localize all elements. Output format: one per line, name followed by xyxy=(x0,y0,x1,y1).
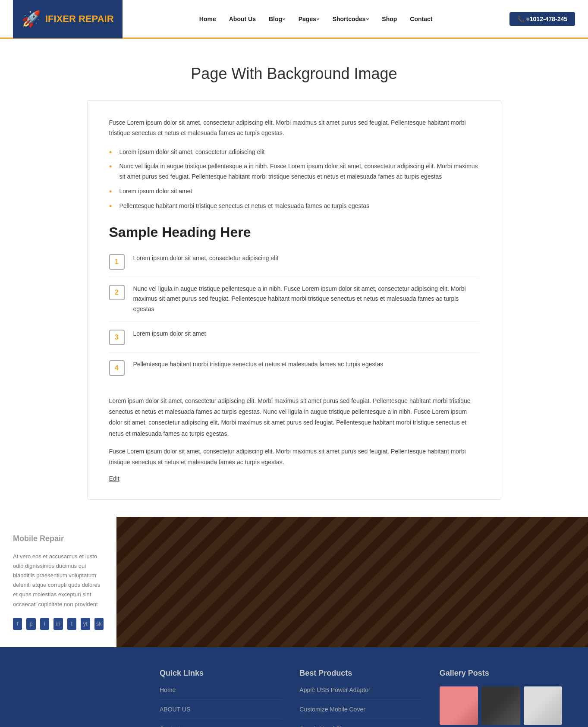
mobile-repair-title: Mobile Repair xyxy=(13,534,104,543)
list-item: 2 Nunc vel ligula in augue tristique pel… xyxy=(109,284,479,322)
footer-gallery: Gallery Posts xyxy=(440,669,562,727)
list-item-text: Nunc vel ligula in augue tristique pelle… xyxy=(133,284,479,315)
instagram-icon[interactable]: i xyxy=(40,618,49,630)
phone-number: +1012-478-245 xyxy=(509,12,575,26)
footer-quick-links: Quick Links Home ABOUT US Contact Site M… xyxy=(160,669,282,727)
gallery-title: Gallery Posts xyxy=(440,669,562,678)
youtube-icon[interactable]: yt xyxy=(81,618,90,630)
logo-icon: 🚀 xyxy=(22,10,41,28)
bullet-item: Pellentesque habitant morbi tristique se… xyxy=(109,201,479,211)
page-title: Page With Background Image xyxy=(9,65,579,83)
footer-right-image xyxy=(116,517,588,647)
gallery-thumb-2[interactable] xyxy=(481,686,520,725)
gallery-thumb-3[interactable] xyxy=(524,686,562,725)
product-link-3[interactable]: Ovenix Head Phone xyxy=(299,725,422,727)
quick-links-title: Quick Links xyxy=(160,669,282,678)
footer-about-text: At vero eos et accusamus et iusto odio d… xyxy=(13,552,104,609)
nav-blog[interactable]: Blog xyxy=(264,12,291,26)
list-item-text: Lorem ipsum dolor sit amet xyxy=(133,329,206,339)
twitter-icon[interactable]: t xyxy=(67,618,76,630)
nav-contact[interactable]: Contact xyxy=(405,12,437,26)
bullet-list: Lorem ipsum dolor sit amet, consectetur … xyxy=(109,147,479,211)
number-badge: 1 xyxy=(109,254,125,270)
product-link-2[interactable]: Customize Mobile Cover xyxy=(299,706,422,719)
intro-text: Fusce Lorem ipsum dolor sit amet, consec… xyxy=(109,118,479,138)
list-item: 4 Pellentesque habitant morbi tristique … xyxy=(109,359,479,383)
main-content: Fusce Lorem ipsum dolor sit amet, consec… xyxy=(87,100,501,500)
footer-social: f p i in t yt sk xyxy=(13,618,104,630)
list-item-text: Lorem ipsum dolor sit amet, consectetur … xyxy=(133,253,279,264)
facebook-icon[interactable]: f xyxy=(13,618,22,630)
skype-icon[interactable]: sk xyxy=(94,618,104,630)
number-badge: 3 xyxy=(109,330,125,345)
quick-link-home[interactable]: Home xyxy=(160,686,282,700)
nav-shop[interactable]: Shop xyxy=(377,12,402,26)
header: 🚀 IFIXER REPAIR Home About Us Blog Pages… xyxy=(0,0,588,39)
footer-col-empty xyxy=(26,669,142,727)
content-wrapper: Fusce Lorem ipsum dolor sit amet, consec… xyxy=(0,100,588,517)
gallery-grid xyxy=(440,686,562,725)
list-item: 3 Lorem ipsum dolor sit amet xyxy=(109,329,479,352)
body-text-1: Lorem ipsum dolor sit amet, consectetur … xyxy=(109,396,479,439)
nav-home[interactable]: Home xyxy=(194,12,221,26)
gallery-thumb-1[interactable] xyxy=(440,686,478,725)
quick-link-about[interactable]: ABOUT US xyxy=(160,706,282,719)
footer-best-products: Best Products Apple USB Power Adaptor Cu… xyxy=(299,669,422,727)
nav-shortcodes[interactable]: Shortcodes xyxy=(327,12,374,26)
linkedin-icon[interactable]: in xyxy=(53,618,63,630)
footer-main: Quick Links Home ABOUT US Contact Site M… xyxy=(0,647,588,727)
nav-about[interactable]: About Us xyxy=(224,12,261,26)
main-nav: Home About Us Blog Pages Shortcodes Shop… xyxy=(194,12,438,26)
body-text-2: Fusce Lorem ipsum dolor sit amet, consec… xyxy=(109,446,479,468)
numbered-list: 1 Lorem ipsum dolor sit amet, consectetu… xyxy=(109,253,479,383)
edit-link[interactable]: Edit xyxy=(109,475,119,482)
quick-link-contact[interactable]: Contact xyxy=(160,725,282,727)
nav-pages[interactable]: Pages xyxy=(293,12,325,26)
bullet-item: Nunc vel ligula in augue tristique pelle… xyxy=(109,161,479,182)
logo-text: IFIXER REPAIR xyxy=(45,13,114,25)
sample-heading: Sample Heading Here xyxy=(109,224,479,240)
pinterest-icon[interactable]: p xyxy=(26,618,35,630)
number-badge: 2 xyxy=(109,285,125,300)
footer-left-col: Mobile Repair At vero eos et accusamus e… xyxy=(0,517,116,647)
bullet-item: Lorem ipsum dolor sit amet, consectetur … xyxy=(109,147,479,157)
logo: 🚀 IFIXER REPAIR xyxy=(13,0,123,38)
list-item-text: Pellentesque habitant morbi tristique se… xyxy=(133,359,384,370)
best-products-title: Best Products xyxy=(299,669,422,678)
bullet-item: Lorem ipsum dolor sit amet xyxy=(109,186,479,197)
list-item: 1 Lorem ipsum dolor sit amet, consectetu… xyxy=(109,253,479,277)
product-link-1[interactable]: Apple USB Power Adaptor xyxy=(299,686,422,700)
number-badge: 4 xyxy=(109,360,125,376)
footer-top-area: Mobile Repair At vero eos et accusamus e… xyxy=(0,517,588,647)
page-title-section: Page With Background Image xyxy=(0,39,588,100)
